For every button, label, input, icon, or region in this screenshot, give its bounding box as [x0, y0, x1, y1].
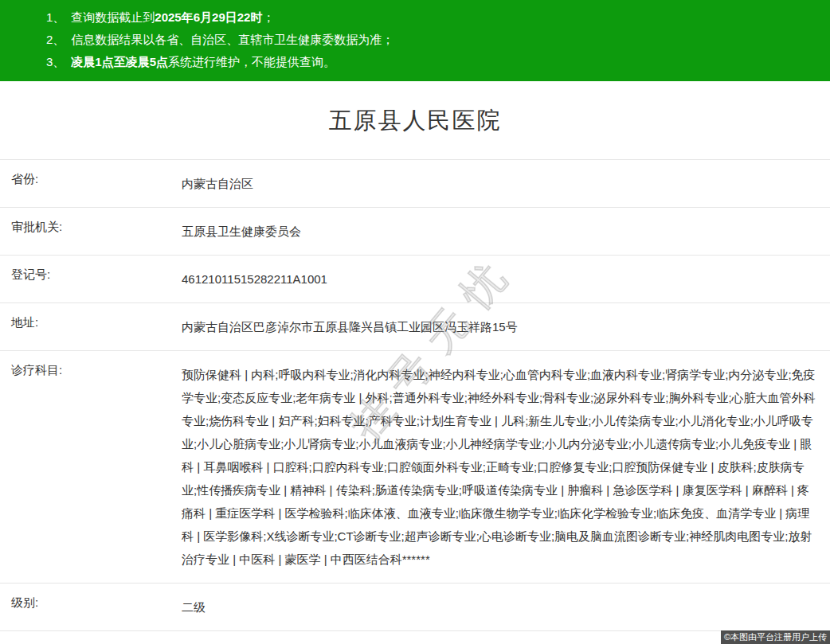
notice-item-bold-text: 2025年6月29日22时 [155, 10, 262, 24]
table-row: 登记号:46121011515282211A1001 [0, 255, 830, 302]
notice-item-bold-text: 凌晨1点至凌晨5点 [71, 55, 168, 68]
table-row: 省份:内蒙古自治区 [0, 159, 830, 207]
notice-list: 1、查询数据截止到2025年6月29日22时；2、信息数据结果以各省、自治区、直… [46, 6, 814, 73]
field-label: 法定代表人: [0, 631, 170, 644]
field-value: 内蒙古自治区巴彦淖尔市五原县隆兴昌镇工业园区冯玉祥路15号 [170, 303, 830, 350]
field-label: 省份: [0, 160, 170, 207]
field-value: 五原县卫生健康委员会 [170, 208, 830, 255]
field-value: 二级 [170, 584, 830, 630]
field-label: 审批机关: [0, 208, 170, 255]
notice-item-text: 查询数据截止到 [71, 10, 155, 24]
field-label: 地址: [0, 303, 170, 350]
field-label: 登记号: [0, 256, 170, 302]
notice-item: 3、凌晨1点至凌晨5点系统进行维护，不能提供查询。 [46, 51, 814, 73]
field-value: 46121011515282211A1001 [170, 256, 830, 302]
notice-item-text: ； [262, 10, 274, 24]
notice-item-number: 1、 [46, 10, 65, 24]
notice-item: 1、查询数据截止到2025年6月29日22时； [46, 6, 814, 29]
notice-item: 2、信息数据结果以各省、自治区、直辖市卫生健康委数据为准； [46, 29, 814, 51]
info-table: 省份:内蒙古自治区审批机关:五原县卫生健康委员会登记号:461210115152… [0, 159, 830, 644]
table-row: 审批机关:五原县卫生健康委员会 [0, 207, 830, 255]
notice-item-number: 2、 [46, 33, 65, 46]
notice-item-number: 3、 [46, 55, 65, 68]
table-row: 法定代表人:张金峰 [0, 630, 830, 644]
upload-credit: ©本图由平台注册用户上传 [721, 630, 830, 644]
notice-item-text: 系统进行维护，不能提供查询。 [168, 55, 335, 68]
hospital-title: 五原县人民医院 [0, 81, 830, 159]
table-row: 诊疗科目:预防保健科 | 内科;呼吸内科专业;消化内科专业;神经内科专业;心血管… [0, 350, 830, 583]
notice-banner: 1、查询数据截止到2025年6月29日22时；2、信息数据结果以各省、自治区、直… [0, 0, 830, 81]
field-label: 级别: [0, 584, 170, 630]
notice-item-text: 信息数据结果以各省、自治区、直辖市卫生健康委数据为准； [71, 33, 393, 46]
table-row: 级别:二级 [0, 583, 830, 630]
table-row: 地址:内蒙古自治区巴彦淖尔市五原县隆兴昌镇工业园区冯玉祥路15号 [0, 302, 830, 350]
field-value: 预防保健科 | 内科;呼吸内科专业;消化内科专业;神经内科专业;心血管内科专业;… [170, 351, 830, 583]
field-label: 诊疗科目: [0, 351, 170, 583]
field-value: 内蒙古自治区 [170, 160, 830, 207]
